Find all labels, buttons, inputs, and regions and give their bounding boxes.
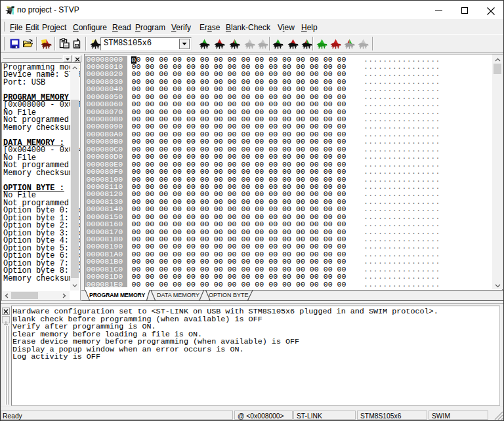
svg-text:PROGRAM MEMORY: PROGRAM MEMORY — [89, 292, 145, 298]
svg-text:DATA MEMORY: DATA MEMORY — [157, 292, 200, 298]
svg-text:OPTION BYTE: OPTION BYTE — [209, 292, 249, 298]
